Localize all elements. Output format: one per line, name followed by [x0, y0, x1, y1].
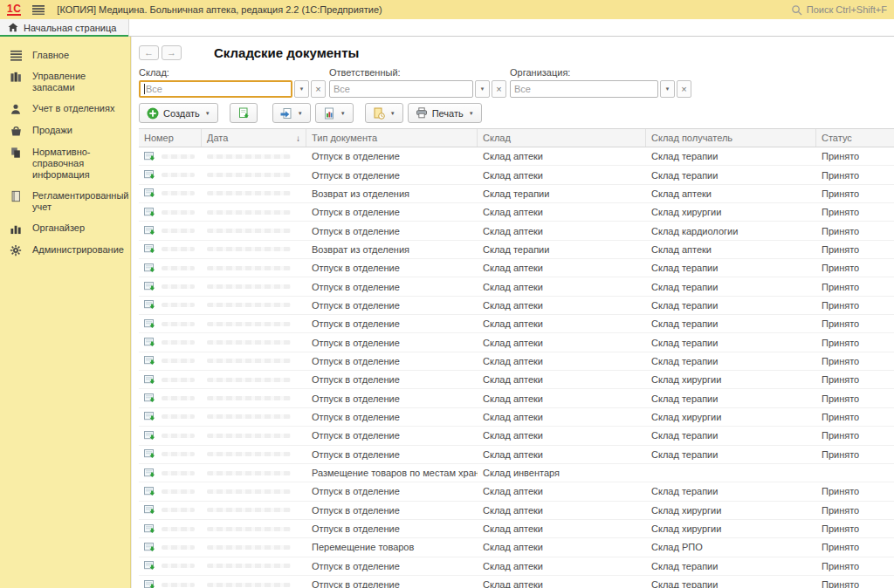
filter-responsible-dropdown-button[interactable]: ▼ [475, 80, 490, 98]
sidebar-item-sales[interactable]: Продажи [0, 120, 130, 142]
table-row[interactable]: Отпуск в отделениеСклад аптекиСклад тера… [139, 576, 894, 588]
hamburger-menu-icon[interactable] [32, 4, 45, 15]
table-row[interactable]: Отпуск в отделениеСклад аптекиСклад тера… [139, 277, 894, 296]
table-row[interactable]: Возврат из отделенияСклад терапииСклад а… [139, 185, 894, 203]
filter-responsible-clear-button[interactable]: × [492, 80, 506, 98]
cell-status: Принято [816, 203, 894, 221]
table-row[interactable]: Отпуск в отделениеСклад аптекиСклад тера… [139, 352, 894, 371]
document-posted-icon [144, 356, 155, 366]
cell-warehouse: Склад аптеки [478, 502, 646, 519]
filter-organization-dropdown-button[interactable]: ▼ [660, 80, 675, 98]
cell-receiver: Склад терапии [646, 446, 816, 463]
cell-date [202, 482, 306, 500]
table-row[interactable]: Отпуск в отделениеСклад аптекиСклад тера… [139, 297, 894, 315]
cell-warehouse: Склад аптеки [478, 203, 646, 221]
filter-responsible-input[interactable]: Все [329, 80, 473, 98]
table-row[interactable]: Размещение товаров по местам храненияСкл… [139, 464, 894, 482]
filter-organization-input[interactable]: Все [510, 80, 658, 98]
table-row[interactable]: Отпуск в отделениеСклад аптекиСклад тера… [139, 557, 894, 576]
column-header-number[interactable]: Номер [139, 129, 202, 147]
1c-logo[interactable]: 1С [7, 4, 21, 16]
column-header-doc-type[interactable]: Тип документа [306, 129, 478, 147]
create-button[interactable]: Создать▼ [139, 103, 218, 123]
table-row[interactable]: Отпуск в отделениеСклад аптекиСклад тера… [139, 147, 894, 166]
filter-warehouse-input[interactable]: Все [139, 80, 292, 98]
cell-status: Принято [816, 482, 894, 500]
sidebar-item-administration[interactable]: Администрирование [0, 240, 130, 262]
cell-receiver: Склад терапии [646, 259, 816, 277]
table-row[interactable]: Отпуск в отделениеСклад аптекиСклад тера… [139, 315, 894, 333]
table-row[interactable]: Отпуск в отделениеСклад аптекиСклад хиру… [139, 408, 894, 427]
column-header-receiver[interactable]: Склад получатель [646, 129, 816, 147]
table-row[interactable]: Отпуск в отделениеСклад аптекиСклад хиру… [139, 520, 894, 538]
cell-number [139, 446, 202, 463]
table-row[interactable]: Возврат из отделенияСклад терапииСклад а… [139, 241, 894, 259]
cell-warehouse: Склад аптеки [478, 446, 646, 463]
table-header: НомерДата↓Тип документаСкладСклад получа… [139, 129, 894, 147]
redacted-value [207, 527, 291, 531]
cell-doc-type: Отпуск в отделение [306, 315, 478, 332]
tab-home[interactable]: Начальная страница [0, 19, 129, 36]
window-title: [КОПИЯ] Медицина. Больничная аптека, ред… [57, 4, 382, 15]
redacted-value [162, 229, 195, 233]
table-row[interactable]: Отпуск в отделениеСклад аптекиСклад тера… [139, 446, 894, 464]
cell-receiver: Склад терапии [646, 389, 816, 407]
print-button[interactable]: Печать▼ [408, 103, 482, 123]
table-row[interactable]: Отпуск в отделениеСклад аптекиСклад хиру… [139, 371, 894, 389]
column-header-status[interactable]: Статус [816, 129, 894, 147]
filter-warehouse-clear-button[interactable]: × [311, 80, 326, 98]
filter-warehouse-dropdown-button[interactable]: ▼ [294, 80, 309, 98]
column-header-date[interactable]: Дата↓ [202, 129, 306, 147]
table-row[interactable]: Отпуск в отделениеСклад аптекиСклад тера… [139, 259, 894, 277]
redacted-value [207, 414, 291, 419]
cell-date [202, 576, 306, 588]
table-row[interactable]: Отпуск в отделениеСклад аптекиСклад тера… [139, 482, 894, 501]
cell-receiver: Склад хирургии [646, 203, 816, 221]
column-header-label: Склад [483, 133, 511, 143]
cell-doc-type: Размещение товаров по местам хранения [306, 464, 478, 482]
table-row[interactable]: Отпуск в отделениеСклад аптекиСклад хиру… [139, 502, 894, 520]
document-posted-icon [144, 263, 155, 273]
forward-button[interactable]: → [162, 45, 182, 60]
sidebar-item-regulated-accounting[interactable]: Регламентированный учет [0, 186, 130, 218]
cell-warehouse: Склад аптеки [478, 538, 646, 556]
table-row[interactable]: Отпуск в отделениеСклад аптекиСклад кард… [139, 222, 894, 240]
cell-number [139, 427, 202, 444]
table-row[interactable]: Отпуск в отделениеСклад аптекиСклад тера… [139, 389, 894, 407]
table-row[interactable]: Отпуск в отделениеСклад аптекиСклад тера… [139, 333, 894, 352]
sidebar-item-department-accounting[interactable]: Учет в отделениях [0, 99, 130, 120]
edo-button[interactable]: ▼ [365, 103, 403, 123]
sidebar-item-reference-info[interactable]: Нормативно-справочная информация [0, 142, 130, 186]
copy-button[interactable] [230, 103, 258, 123]
cell-doc-type: Отпуск в отделение [306, 389, 478, 407]
filter-organization-clear-button[interactable]: × [677, 80, 691, 98]
app-window: 1С [КОПИЯ] Медицина. Больничная аптека, … [0, 0, 894, 588]
sidebar-item-main[interactable]: Главное [0, 45, 130, 66]
cell-date [202, 259, 306, 277]
back-button[interactable]: ← [139, 45, 159, 60]
redacted-value [162, 191, 195, 195]
table-row[interactable]: Отпуск в отделениеСклад аптекиСклад тера… [139, 427, 894, 445]
search-box[interactable]: Поиск Ctrl+Shift+F [791, 4, 887, 16]
cell-receiver: Склад терапии [646, 333, 816, 351]
cell-status: Принято [816, 538, 894, 556]
create-based-on-icon [323, 107, 335, 120]
post-document-button[interactable]: ▼ [272, 103, 311, 123]
column-header-warehouse[interactable]: Склад [478, 129, 646, 147]
chevron-down-icon: ▼ [480, 86, 485, 92]
cell-warehouse: Склад терапии [478, 185, 646, 202]
document-posted-icon [144, 226, 155, 236]
chevron-down-icon: ▼ [390, 111, 395, 116]
cell-status: Принято [816, 576, 894, 588]
cell-doc-type: Отпуск в отделение [306, 557, 478, 575]
cell-receiver: Склад хирургии [646, 371, 816, 388]
cell-status: Принято [816, 371, 894, 388]
table-row[interactable]: Перемещение товаровСклад аптекиСклад РПО… [139, 538, 894, 557]
column-header-label: Статус [822, 133, 852, 143]
table-row[interactable]: Отпуск в отделениеСклад аптекиСклад тера… [139, 166, 894, 184]
table-row[interactable]: Отпуск в отделениеСклад аптекиСклад хиру… [139, 203, 894, 222]
sidebar-item-inventory-management[interactable]: Управление запасами [0, 66, 130, 99]
create-based-on-button[interactable]: ▼ [315, 103, 354, 123]
sidebar-item-organizer[interactable]: Органайзер [0, 218, 130, 240]
redacted-value [207, 396, 291, 400]
